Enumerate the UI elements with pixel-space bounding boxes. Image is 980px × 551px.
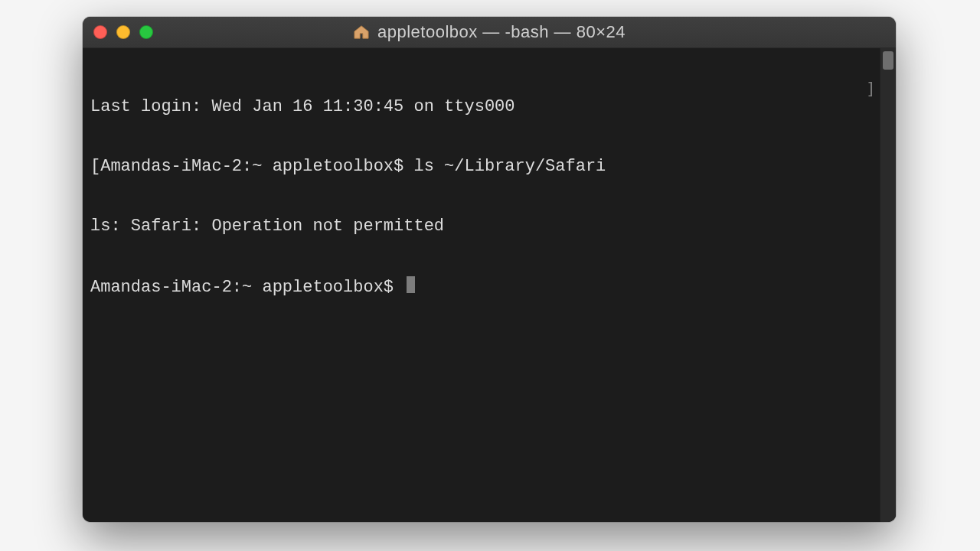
close-button[interactable]: [93, 25, 107, 39]
zoom-button[interactable]: [139, 25, 153, 39]
home-folder-icon: [353, 24, 370, 40]
terminal-prompt: Amandas-iMac-2:~ appletoolbox$: [90, 278, 403, 297]
text-cursor: [407, 276, 415, 293]
scrollbar-thumb[interactable]: [883, 51, 893, 70]
window-title-wrap: appletoolbox — -bash — 80×24: [83, 22, 896, 42]
minimize-button[interactable]: [116, 25, 130, 39]
terminal-output[interactable]: Last login: Wed Jan 16 11:30:45 on ttys0…: [83, 48, 880, 522]
terminal-line: ls: Safari: Operation not permitted: [90, 217, 872, 236]
vertical-scrollbar[interactable]: [880, 48, 896, 522]
terminal-line: [Amandas-iMac-2:~ appletoolbox$ ls ~/Lib…: [90, 157, 872, 177]
window-title: appletoolbox — -bash — 80×24: [377, 22, 626, 42]
window-titlebar[interactable]: appletoolbox — -bash — 80×24: [83, 17, 896, 48]
terminal-window: appletoolbox — -bash — 80×24 Last login:…: [83, 17, 896, 522]
terminal-prompt-line: Amandas-iMac-2:~ appletoolbox$: [90, 276, 872, 298]
terminal-area: Last login: Wed Jan 16 11:30:45 on ttys0…: [83, 48, 896, 522]
terminal-idle-bracket: ]: [866, 79, 876, 98]
terminal-line: Last login: Wed Jan 16 11:30:45 on ttys0…: [90, 97, 872, 117]
traffic-lights: [83, 25, 153, 39]
